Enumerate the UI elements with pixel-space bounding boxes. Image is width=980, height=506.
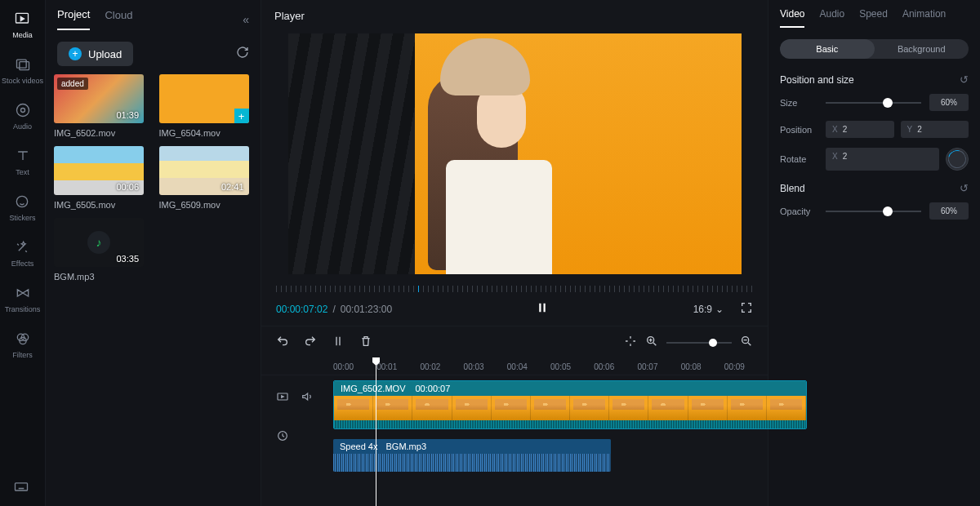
size-slider[interactable] (826, 102, 921, 104)
upload-row: + Upload (46, 30, 261, 74)
seg-background[interactable]: Background (875, 39, 969, 59)
stickers-icon (13, 193, 31, 211)
reset-icon[interactable]: ↺ (960, 182, 969, 194)
nav-media[interactable]: Media (12, 7, 33, 42)
opacity-slider[interactable] (826, 211, 921, 212)
time-tick: 00:01 (376, 362, 420, 371)
nav-transitions[interactable]: Transitions (5, 281, 41, 317)
svg-point-4 (20, 109, 24, 113)
prop-rotate: Rotate X2 (780, 148, 969, 171)
audio-waveform (333, 454, 611, 472)
player-ruler[interactable] (276, 286, 753, 292)
media-thumbnail[interactable]: ♪ 03:35 (54, 218, 144, 267)
slider-thumb[interactable] (883, 98, 893, 108)
prop-size: Size 60% (780, 94, 969, 111)
filters-icon (14, 330, 32, 348)
pause-button[interactable] (535, 300, 550, 317)
media-thumbnail[interactable]: added 01:39 (54, 74, 144, 123)
tab-project[interactable]: Project (57, 8, 90, 30)
time-ruler[interactable]: 00:00 00:01 00:02 00:03 00:04 00:05 00:0… (261, 359, 768, 375)
nav-effects[interactable]: Effects (11, 235, 33, 271)
time-tick: 00:00 (333, 362, 376, 371)
nav-stickers[interactable]: Stickers (9, 189, 35, 225)
position-y-input[interactable]: Y2 (901, 121, 969, 138)
tab-audio[interactable]: Audio (819, 8, 844, 28)
clip-time: 00:00:07 (415, 384, 450, 393)
split-icon[interactable] (332, 335, 345, 351)
zoom-slider[interactable] (666, 342, 732, 344)
rotate-inputs: X2 (826, 148, 969, 171)
zoom-in-icon[interactable] (645, 335, 658, 351)
size-value[interactable]: 60% (929, 94, 969, 111)
player-canvas[interactable] (288, 33, 742, 274)
position-x-input[interactable]: X2 (826, 121, 894, 138)
canvas-main (415, 33, 742, 274)
prop-opacity: Opacity 60% (780, 202, 969, 220)
media-duration: 02:41 (221, 182, 244, 192)
mute-track-icon[interactable] (301, 390, 314, 406)
segment-switch: Basic Background (780, 39, 969, 59)
undo-icon[interactable] (276, 335, 289, 351)
video-clip[interactable]: IMG_6502.MOV 00:00:07 (333, 380, 807, 429)
time-tick: 00:03 (464, 362, 507, 371)
fit-timeline-icon[interactable] (624, 335, 637, 351)
video-track-icon[interactable] (276, 390, 289, 406)
playhead[interactable] (376, 357, 376, 506)
player-title: Player (261, 0, 768, 29)
rotate-x-input[interactable]: X2 (826, 148, 939, 171)
media-thumbnail[interactable]: 02:41 (159, 146, 249, 195)
seg-basic[interactable]: Basic (780, 39, 875, 59)
time-tick: 00:08 (681, 362, 724, 371)
media-name: IMG_6509.mov (159, 200, 253, 210)
refresh-icon[interactable] (236, 46, 249, 62)
nav-filters[interactable]: Filters (12, 326, 33, 362)
clip-name: IMG_6502.MOV (341, 384, 405, 393)
redo-icon[interactable] (304, 335, 317, 351)
media-thumbnail[interactable]: 00:06 (54, 146, 144, 195)
zoom-out-icon[interactable] (740, 335, 753, 351)
zoom-thumb[interactable] (709, 339, 717, 347)
timeline-section: 00:00 00:01 00:02 00:03 00:04 00:05 00:0… (261, 326, 768, 506)
project-panel: Project Cloud « + Upload added 01:39 IMG… (46, 0, 261, 506)
speed-track-icon[interactable] (276, 429, 289, 446)
add-media-icon[interactable]: + (234, 109, 249, 123)
nav-stock-videos[interactable]: Stock videos (2, 52, 43, 88)
transitions-icon (14, 284, 32, 302)
nav-label: Filters (12, 351, 33, 359)
rotate-dial-icon[interactable] (946, 148, 969, 171)
audio-speed: Speed 4x (340, 442, 377, 451)
slider-thumb[interactable] (883, 206, 893, 216)
media-duration: 03:35 (116, 254, 139, 264)
video-content (382, 33, 611, 274)
keyboard-shortcuts-icon[interactable] (13, 478, 29, 498)
collapse-icon[interactable]: « (243, 13, 249, 26)
media-thumbnail[interactable]: + (159, 74, 249, 123)
audio-clip[interactable]: Speed 4x BGM.mp3 (333, 439, 611, 472)
clip-frames (334, 396, 806, 420)
tab-cloud[interactable]: Cloud (105, 9, 132, 29)
media-item: + IMG_6504.mov (159, 74, 253, 138)
delete-icon[interactable] (359, 335, 372, 351)
tracks-area: IMG_6502.MOV 00:00:07 Speed 4x BGM.mp3 (261, 375, 768, 472)
reset-icon[interactable]: ↺ (960, 73, 969, 86)
section-title: Position and size (780, 74, 854, 86)
props-tabs: Video Audio Speed Animation (780, 8, 969, 28)
nav-audio[interactable]: Audio (13, 98, 32, 134)
chevron-down-icon: ⌄ (715, 304, 724, 315)
nav-text[interactable]: Text (14, 144, 32, 180)
svg-point-3 (16, 104, 29, 117)
player-controls: 00:00:07:02 / 00:01:23:00 16:9⌄ (261, 297, 768, 326)
upload-button[interactable]: + Upload (57, 42, 133, 66)
fullscreen-icon[interactable] (740, 301, 753, 317)
opacity-value[interactable]: 60% (929, 202, 969, 220)
svg-point-5 (17, 196, 28, 206)
tab-animation[interactable]: Animation (902, 8, 946, 28)
tab-video[interactable]: Video (780, 8, 804, 28)
aspect-ratio-selector[interactable]: 16:9⌄ (693, 304, 724, 315)
tab-speed[interactable]: Speed (859, 8, 888, 28)
nav-label: Text (16, 168, 29, 176)
text-icon (14, 147, 32, 165)
media-duration: 01:39 (116, 110, 139, 120)
track-controls (276, 390, 314, 446)
added-badge: added (57, 78, 88, 90)
